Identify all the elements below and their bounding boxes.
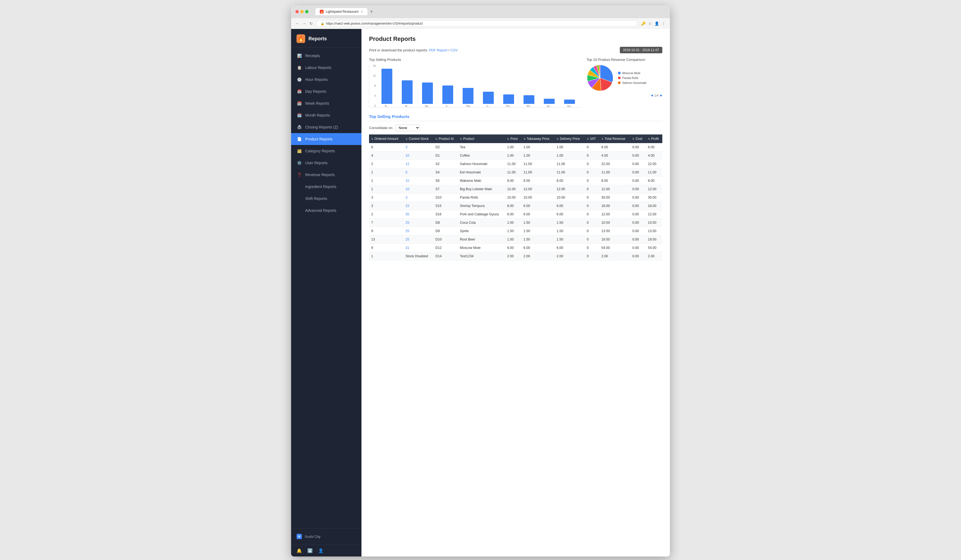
table-cell: 1.00 bbox=[554, 143, 584, 151]
table-header-total-revenue[interactable]: ⇅Total Revenue bbox=[599, 135, 630, 143]
table-cell[interactable]: 35 bbox=[403, 210, 434, 218]
sidebar-item-shift[interactable]: Shift Reports bbox=[291, 193, 362, 205]
table-cell: 9 bbox=[369, 244, 403, 252]
sidebar-icon-product: 📄 bbox=[297, 136, 302, 142]
sidebar-item-week[interactable]: 📆 Week Reports bbox=[291, 97, 362, 109]
table-cell[interactable]: 5 bbox=[403, 168, 434, 177]
table-header-vat[interactable]: ⇅VAT bbox=[585, 135, 599, 143]
y-label: 16 bbox=[369, 64, 376, 67]
store-item[interactable]: M Sushi City bbox=[297, 531, 356, 541]
table-header-product-id[interactable]: ⇅Product Id bbox=[433, 135, 458, 143]
table-cell: 8.00 bbox=[554, 177, 584, 185]
user-icon[interactable]: 👤 bbox=[318, 548, 324, 553]
table-cell: S4 bbox=[433, 168, 458, 177]
pie-prev-button[interactable]: ◀ bbox=[651, 94, 653, 97]
table-cell[interactable]: 25 bbox=[403, 218, 434, 227]
download-icon[interactable]: ⬇️ bbox=[307, 548, 313, 553]
csv-link[interactable]: CSV bbox=[450, 48, 458, 52]
table-cell: 1.50 bbox=[554, 218, 584, 227]
sidebar-nav: 📊 Receipts 📋 Labour Reports 🕐 Hour Repor… bbox=[291, 48, 362, 528]
reload-button[interactable]: ↻ bbox=[310, 21, 313, 26]
account-icon[interactable]: 👤 bbox=[654, 21, 659, 26]
minimize-button[interactable] bbox=[301, 10, 304, 13]
sidebar-item-hour[interactable]: 🕐 Hour Reports bbox=[291, 74, 362, 85]
table-cell: 11.00 bbox=[505, 160, 521, 168]
sidebar-logo: 🔥 Reports bbox=[291, 29, 362, 48]
table-cell[interactable]: 25 bbox=[403, 235, 434, 244]
bar-group: Sp... bbox=[418, 64, 437, 108]
sidebar-label-user: User Reports bbox=[305, 161, 327, 165]
menu-icon[interactable]: ⋮ bbox=[662, 21, 665, 26]
table-cell[interactable]: 25 bbox=[403, 227, 434, 235]
table-cell[interactable]: 31 bbox=[403, 244, 434, 252]
table-row: 931D12Moscow Mule6.006.006.00054.000.005… bbox=[369, 244, 662, 252]
bar-group: C... bbox=[479, 64, 498, 108]
browser-tab[interactable]: 🔥 Lightspeed Restaurant ✕ bbox=[315, 8, 367, 15]
table-cell[interactable]: 15 bbox=[403, 202, 434, 210]
table-cell: 12.00 bbox=[554, 185, 584, 193]
store-label: Sushi City bbox=[305, 534, 321, 539]
table-cell[interactable]: 10 bbox=[403, 185, 434, 193]
table-cell: 10.00 bbox=[505, 193, 521, 202]
table-cell: 0.00 bbox=[630, 218, 646, 227]
sidebar-item-product[interactable]: 📄 Product Reports bbox=[291, 133, 362, 145]
sidebar-label-category: Category Reports bbox=[305, 149, 335, 153]
legend-item: Moscow Mule bbox=[618, 71, 646, 75]
logo-icon: 🔥 bbox=[297, 34, 305, 43]
star-icon[interactable]: ☆ bbox=[648, 21, 652, 26]
table-cell[interactable]: 3 bbox=[403, 143, 434, 151]
table-cell: 0 bbox=[585, 168, 599, 177]
table-cell: 1.00 bbox=[505, 151, 521, 160]
key-icon: 🔑 bbox=[641, 21, 646, 26]
table-cell: 0 bbox=[585, 185, 599, 193]
table-header-price[interactable]: ⇅Price bbox=[505, 135, 521, 143]
sidebar-item-advanced[interactable]: Advanced Reports bbox=[291, 205, 362, 217]
close-button[interactable] bbox=[296, 10, 299, 13]
table-header-product[interactable]: ⇅Product bbox=[458, 135, 505, 143]
bar-label: M... bbox=[405, 105, 409, 108]
url-bar[interactable]: 🔒 https://nae2-web.posios.com/management… bbox=[316, 20, 638, 27]
sidebar-item-user[interactable]: ⚙️ User Reports bbox=[291, 157, 362, 169]
sidebar-item-day[interactable]: 📅 Day Reports bbox=[291, 85, 362, 97]
sidebar-item-revenue[interactable]: ❓ Revenue Reports bbox=[291, 169, 362, 181]
sidebar-item-category[interactable]: 🗂️ Category Reports bbox=[291, 145, 362, 157]
table-cell: 6 bbox=[369, 143, 403, 151]
sort-icon: ⇅ bbox=[556, 138, 559, 140]
sidebar-item-ingredient[interactable]: Ingredient Reports bbox=[291, 181, 362, 193]
table-cell[interactable]: 3 bbox=[403, 193, 434, 202]
notification-icon[interactable]: 🔔 bbox=[297, 548, 302, 553]
maximize-button[interactable] bbox=[305, 10, 309, 13]
table-header-current-stock[interactable]: ⇅Current Stock bbox=[403, 135, 434, 143]
table-header-cost[interactable]: ⇅Cost bbox=[630, 135, 646, 143]
table-cell[interactable]: 12 bbox=[403, 160, 434, 168]
bar bbox=[422, 82, 433, 104]
table-row: 315S15Shrimp Tempura6.006.006.00018.000.… bbox=[369, 202, 662, 210]
pie-page-indicator: 1/4 bbox=[654, 94, 659, 97]
sidebar-item-receipts[interactable]: 📊 Receipts bbox=[291, 50, 362, 62]
sidebar-item-month[interactable]: 🗓️ Month Reports bbox=[291, 109, 362, 121]
back-button[interactable]: ← bbox=[296, 21, 299, 26]
sidebar-icon-labour: 📋 bbox=[297, 65, 302, 71]
table-cell[interactable]: 10 bbox=[403, 177, 434, 185]
table-cell: Panda Rolls bbox=[458, 193, 505, 202]
sidebar-item-closing[interactable]: 🖨️ Closing Reports (Z) bbox=[291, 121, 362, 133]
table-cell: Coffee bbox=[458, 151, 505, 160]
table-header-delivery-price[interactable]: ⇅Delivery Price bbox=[554, 135, 584, 143]
table-header-profit[interactable]: ⇅Profit bbox=[646, 135, 662, 143]
table-row: 925D9Sprite1.501.501.50013.500.0013.50 bbox=[369, 227, 662, 235]
tab-close-button[interactable]: ✕ bbox=[361, 10, 363, 13]
table-cell: 0.00 bbox=[630, 202, 646, 210]
table-cell: Sprite bbox=[458, 227, 505, 235]
sidebar-item-labour[interactable]: 📋 Labour Reports bbox=[291, 62, 362, 74]
table-cell[interactable]: 10 bbox=[403, 151, 434, 160]
new-tab-button[interactable]: + bbox=[368, 9, 375, 14]
pdf-report-link[interactable]: PDF Report bbox=[429, 48, 447, 52]
url-text: https://nae2-web.posios.com/management/e… bbox=[326, 22, 423, 26]
forward-button[interactable]: → bbox=[302, 21, 306, 26]
pie-next-button[interactable]: ▶ bbox=[660, 94, 662, 97]
bar-label: Sa... bbox=[567, 105, 572, 108]
table-cell: Coca Cola bbox=[458, 218, 505, 227]
table-header-ordered-amount[interactable]: ⇅Ordered Amount bbox=[369, 135, 403, 143]
consolidate-select[interactable]: NoneProductCategory bbox=[395, 124, 420, 131]
table-header-takeaway-price[interactable]: ⇅Takeaway Price bbox=[521, 135, 554, 143]
